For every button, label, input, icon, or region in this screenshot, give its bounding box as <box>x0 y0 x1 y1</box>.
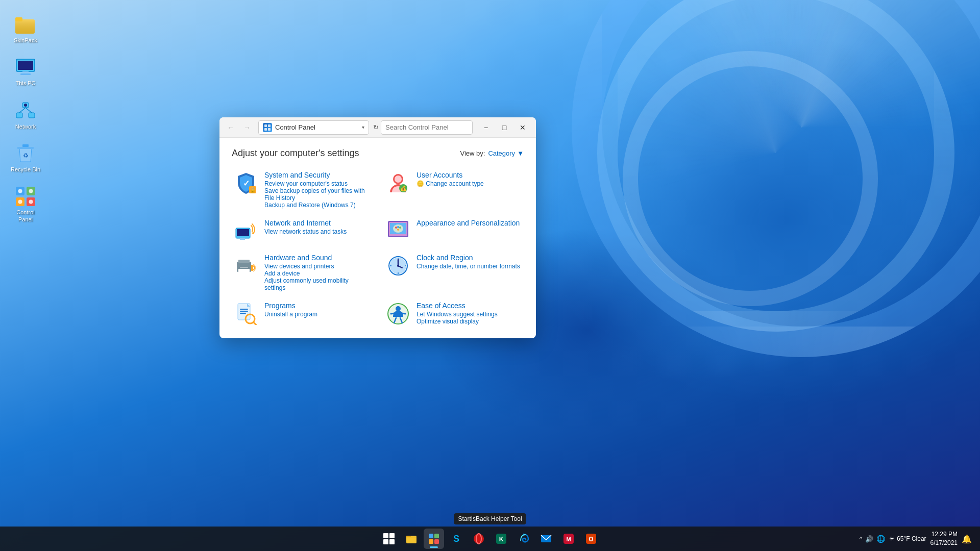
network-internet-link-1[interactable]: View network status and tasks <box>264 228 370 235</box>
skinpack-icon <box>15 14 36 35</box>
svg-point-84 <box>474 534 484 544</box>
refresh-button[interactable]: ↻ <box>373 123 379 131</box>
category-hardware-sound[interactable]: Hardware and Sound View devices and prin… <box>232 252 372 293</box>
svg-rect-24 <box>264 124 267 127</box>
category-programs[interactable]: Programs Uninstall a program <box>232 299 372 328</box>
address-dropdown-icon[interactable]: ▾ <box>362 124 364 130</box>
system-security-link-2[interactable]: Save backup copies of your files with Fi… <box>264 187 370 202</box>
svg-rect-50 <box>238 269 250 273</box>
forward-button[interactable]: → <box>240 120 254 135</box>
search-input[interactable] <box>381 120 473 135</box>
network-label: Network <box>15 123 36 130</box>
opera-taskbar-button[interactable] <box>469 529 489 549</box>
desktop-icon-skinpack[interactable]: SkinPack <box>5 10 46 48</box>
svg-rect-76 <box>383 539 388 544</box>
hardware-sound-name[interactable]: Hardware and Sound <box>264 254 370 262</box>
tray-speaker-icon[interactable]: 🔊 <box>865 535 873 543</box>
clock-region-name[interactable]: Clock and Region <box>416 254 522 262</box>
category-system-security[interactable]: ✓ 🔒 System and Security Review your comp… <box>232 169 372 211</box>
programs-link-1[interactable]: Uninstall a program <box>264 311 370 318</box>
svg-text:M: M <box>566 536 571 542</box>
category-clock-region[interactable]: Clock and Region Change date, time, or n… <box>384 252 524 293</box>
ease-access-link-2[interactable]: Optimize visual display <box>416 318 522 325</box>
kaspersky-taskbar-button[interactable]: K <box>491 529 511 549</box>
mail-taskbar-button[interactable] <box>536 529 556 549</box>
user-accounts-name[interactable]: User Accounts <box>416 171 522 179</box>
svg-line-67 <box>254 322 256 325</box>
clock-region-link-1[interactable]: Change date, time, or number formats <box>416 263 522 270</box>
svg-rect-77 <box>389 539 395 544</box>
network-icon <box>15 101 36 121</box>
svg-text:♻: ♻ <box>23 152 29 159</box>
svg-rect-74 <box>383 533 388 538</box>
svg-rect-82 <box>429 539 433 544</box>
control-panel-taskbar-button[interactable] <box>424 529 444 549</box>
system-security-icon: ✓ 🔒 <box>234 171 258 195</box>
category-user-accounts[interactable]: 💰 User Accounts 🪙 Change account type <box>384 169 524 211</box>
svg-rect-2 <box>15 17 22 21</box>
svg-rect-27 <box>268 128 271 131</box>
close-button[interactable]: ✕ <box>513 120 532 135</box>
svg-text:💰: 💰 <box>400 185 407 192</box>
desktop-icon-thispc[interactable]: This PC <box>5 53 46 91</box>
desktop-icon-network[interactable]: Network <box>5 96 46 134</box>
system-security-link-1[interactable]: Review your computer's status <box>264 180 370 187</box>
hardware-sound-icon <box>234 254 258 278</box>
clock-widget[interactable]: 12:29 PM 6/17/2021 <box>930 530 958 547</box>
maximize-button[interactable]: □ <box>495 120 513 135</box>
svg-rect-4 <box>18 61 33 70</box>
system-security-name[interactable]: System and Security <box>264 171 370 179</box>
file-explorer-button[interactable] <box>401 529 422 549</box>
svg-point-38 <box>252 232 254 234</box>
svg-rect-5 <box>22 71 29 73</box>
minimize-button[interactable]: − <box>477 120 495 135</box>
office-taskbar-button[interactable]: O <box>581 529 601 549</box>
svg-line-70 <box>391 313 398 314</box>
tray-network-icon[interactable]: 🌐 <box>876 535 885 543</box>
skype-taskbar-button[interactable]: S <box>446 529 467 549</box>
view-by-label: View by: <box>460 149 485 157</box>
tray-chevron[interactable]: ^ <box>860 536 862 542</box>
desktop-icon-controlpanel[interactable]: Control Panel <box>5 182 46 228</box>
mcafee-taskbar-button[interactable]: M <box>558 529 579 549</box>
svg-rect-79 <box>406 536 411 537</box>
back-button[interactable]: ← <box>224 120 238 135</box>
appearance-name[interactable]: Appearance and Personalization <box>416 219 522 227</box>
hardware-sound-link-2[interactable]: Add a device <box>264 270 370 277</box>
hardware-sound-link-3[interactable]: Adjust commonly used mobility settings <box>264 277 370 291</box>
view-by-dropdown[interactable]: Category ▼ <box>488 149 524 157</box>
network-internet-name[interactable]: Network and Internet <box>264 219 370 227</box>
system-security-link-3[interactable]: Backup and Restore (Windows 7) <box>264 202 370 209</box>
address-icon <box>263 123 272 132</box>
svg-rect-25 <box>268 124 271 127</box>
svg-rect-1 <box>15 19 35 34</box>
category-appearance[interactable]: Appearance and Personalization <box>384 217 524 245</box>
category-network-internet[interactable]: Network and Internet View network status… <box>232 217 372 245</box>
address-bar[interactable]: Control Panel ▾ <box>258 120 369 135</box>
svg-text:✓: ✓ <box>243 179 250 188</box>
start-button[interactable] <box>379 529 399 549</box>
svg-line-71 <box>398 313 405 314</box>
appearance-text: Appearance and Personalization <box>416 219 522 228</box>
svg-point-23 <box>29 200 33 204</box>
programs-icon <box>234 302 258 326</box>
desktop-icon-recycle[interactable]: ♻ Recycle Bin <box>5 139 46 177</box>
skinpack-label: SkinPack <box>14 37 37 44</box>
ease-access-link-1[interactable]: Let Windows suggest settings <box>416 311 522 318</box>
hardware-sound-link-1[interactable]: View devices and printers <box>264 263 370 270</box>
system-tray: ^ 🔊 🌐 ☀ 65°F Clear 12:29 PM 6/17/2021 🔔 <box>860 530 972 547</box>
category-ease-access[interactable]: Ease of Access Let Windows suggest setti… <box>384 299 524 328</box>
programs-name[interactable]: Programs <box>264 302 370 310</box>
svg-rect-83 <box>434 539 439 544</box>
system-security-text: System and Security Review your computer… <box>264 171 370 209</box>
svg-text:🔒: 🔒 <box>250 187 256 193</box>
svg-text:K: K <box>499 536 504 543</box>
network-internet-icon <box>234 219 258 243</box>
edge-taskbar-button[interactable] <box>513 529 534 549</box>
ease-access-name[interactable]: Ease of Access <box>416 302 522 310</box>
notification-button[interactable]: 🔔 <box>962 534 972 544</box>
weather-widget[interactable]: ☀ 65°F Clear <box>889 535 926 542</box>
user-accounts-link-1[interactable]: 🪙 Change account type <box>416 180 522 187</box>
svg-rect-63 <box>240 309 248 310</box>
clock-time: 12:29 PM <box>930 530 958 539</box>
